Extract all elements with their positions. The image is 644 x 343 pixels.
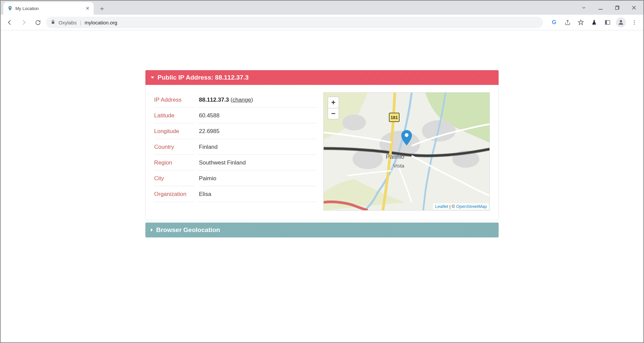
close-window-button[interactable] <box>626 2 642 13</box>
value-longitude: 22.6985 <box>199 124 317 139</box>
label-longitude: Longitude <box>154 124 195 139</box>
svg-rect-2 <box>616 7 619 10</box>
public-ip-body: IP Address 88.112.37.3 (change) Latitude… <box>145 85 499 220</box>
label-organization: Organization <box>154 187 195 202</box>
label-ip: IP Address <box>154 93 195 108</box>
extension-flask-icon[interactable] <box>588 17 600 28</box>
route-shield: 181 <box>389 113 400 122</box>
row-country: Country Finland <box>154 139 317 155</box>
label-city: City <box>154 171 195 186</box>
browser-tab[interactable]: My Location ✕ <box>3 2 94 15</box>
maximize-button[interactable] <box>609 2 625 13</box>
ip-header-value: 88.112.37.3 <box>215 74 248 81</box>
address-separator: | <box>80 20 81 25</box>
row-region: Region Southwest Finland <box>154 155 317 171</box>
value-organization: Elisa <box>199 187 317 202</box>
caret-right-icon <box>151 228 153 232</box>
address-url: mylocation.org <box>85 20 117 25</box>
zoom-in-button[interactable]: + <box>328 97 339 108</box>
label-region: Region <box>154 155 195 170</box>
address-bar[interactable]: Oxylabs | mylocation.org <box>46 17 543 28</box>
geo-header[interactable]: Browser Geolocation <box>145 223 499 237</box>
value-country: Finland <box>199 140 317 155</box>
tab-favicon-icon <box>7 6 13 11</box>
zoom-control: + − <box>328 97 339 119</box>
row-longitude: Longitude 22.6985 <box>154 124 317 139</box>
toolbar-right: G <box>548 17 640 28</box>
bookmark-star-icon[interactable] <box>575 17 586 28</box>
svg-point-15 <box>405 133 409 137</box>
svg-rect-0 <box>599 9 603 10</box>
value-latitude: 60.4588 <box>199 108 317 123</box>
browser-toolbar: Oxylabs | mylocation.org G <box>1 15 643 30</box>
back-button[interactable] <box>4 17 15 28</box>
public-ip-header[interactable]: Public IP Address: 88.112.37.3 <box>145 70 499 85</box>
attrib-sep: | © <box>448 204 456 209</box>
page-viewport[interactable]: Public IP Address: 88.112.37.3 IP Addres… <box>1 30 643 342</box>
svg-point-7 <box>634 22 635 23</box>
row-city: City Paimio <box>154 171 317 187</box>
label-country: Country <box>154 140 195 155</box>
map-attribution: Leaflet | © OpenStreetMap <box>433 203 489 210</box>
minimize-button[interactable] <box>593 2 609 13</box>
forward-button[interactable] <box>18 17 29 28</box>
google-icon[interactable]: G <box>548 17 560 28</box>
map-widget[interactable]: 181 Paimio Vista + − <box>323 92 490 211</box>
geo-panel: Browser Geolocation <box>145 222 499 238</box>
change-ip-link[interactable]: change <box>232 97 251 103</box>
caret-down-icon <box>151 77 154 79</box>
value-city: Paimio <box>199 171 317 186</box>
tab-close-icon[interactable]: ✕ <box>86 6 90 11</box>
svg-point-6 <box>634 20 635 21</box>
row-latitude: Latitude 60.4588 <box>154 108 317 124</box>
map-label-paimio: Paimio <box>386 153 404 160</box>
value-region: Southwest Finland <box>199 155 317 170</box>
kebab-menu-icon[interactable] <box>629 17 640 28</box>
public-ip-header-title: Public IP Address: 88.112.37.3 <box>157 74 248 81</box>
info-column: IP Address 88.112.37.3 (change) Latitude… <box>154 92 317 211</box>
row-ip: IP Address 88.112.37.3 (change) <box>154 92 317 108</box>
value-ip: 88.112.37.3 (change) <box>199 93 317 108</box>
geo-header-title: Browser Geolocation <box>156 226 220 234</box>
tab-title: My Location <box>15 6 39 11</box>
zoom-out-button[interactable]: − <box>328 108 339 119</box>
reload-button[interactable] <box>32 17 43 28</box>
svg-point-3 <box>595 23 596 24</box>
ip-header-prefix: Public IP Address: <box>157 74 215 81</box>
osm-link[interactable]: OpenStreetMap <box>456 204 487 209</box>
svg-point-8 <box>634 24 635 25</box>
window-controls <box>576 1 642 15</box>
svg-point-14 <box>342 115 366 131</box>
tab-search-button[interactable] <box>576 2 592 13</box>
lock-icon <box>51 20 55 25</box>
ip-text: 88.112.37.3 <box>199 97 229 103</box>
row-organization: Organization Elisa <box>154 187 317 202</box>
map-column: 181 Paimio Vista + − <box>323 92 490 211</box>
address-brand: Oxylabs <box>59 20 77 25</box>
side-panel-icon[interactable] <box>602 17 613 28</box>
map-background <box>324 93 490 210</box>
svg-rect-5 <box>605 20 607 24</box>
leaflet-link[interactable]: Leaflet <box>435 204 448 209</box>
new-tab-button[interactable]: ＋ <box>97 3 107 13</box>
map-marker-icon <box>401 130 412 147</box>
share-icon[interactable] <box>562 17 573 28</box>
public-ip-panel: Public IP Address: 88.112.37.3 IP Addres… <box>145 70 499 220</box>
label-latitude: Latitude <box>154 108 195 123</box>
tab-strip: My Location ✕ ＋ <box>1 1 643 15</box>
profile-avatar[interactable] <box>615 17 627 28</box>
page-content: Public IP Address: 88.112.37.3 IP Addres… <box>145 70 499 340</box>
map-label-vista: Vista <box>393 163 404 168</box>
